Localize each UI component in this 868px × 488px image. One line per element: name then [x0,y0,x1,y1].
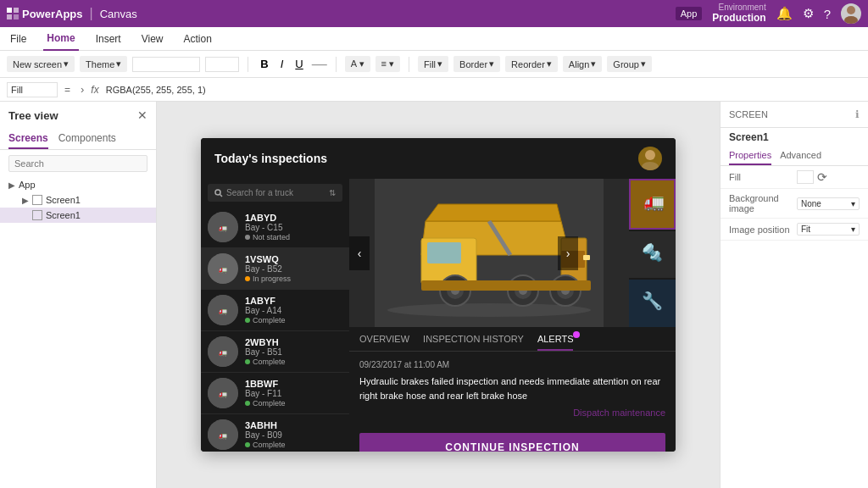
fill-color-swatch[interactable] [797,170,814,184]
app-canvas: Today's inspections Search for a truck ⇅ [201,138,676,452]
svg-marker-25 [426,204,561,221]
user-avatar[interactable] [841,3,861,24]
right-panel-header: SCREEN ℹ [721,102,868,128]
align-button[interactable]: Align ▾ [563,56,602,72]
thumb-0[interactable]: 🚛 [629,179,676,230]
left-panel-header: Tree view ✕ [0,102,156,129]
app-button[interactable]: App [676,7,703,20]
truck-info-2: 1ABYF Bay - A14 Complete [245,296,342,324]
thumb-2[interactable]: 🔧 [629,280,676,327]
menu-action[interactable]: Action [181,27,215,51]
dropdown-arrow-1: ▾ [851,199,855,208]
underline-button[interactable]: U [292,56,306,72]
tab-screens[interactable]: Screens [8,129,48,149]
truck-item-1[interactable]: 🚛 1VSWQ Bay - B52 In progress [201,248,349,290]
svg-point-6 [645,150,655,160]
tab-properties[interactable]: Properties [729,147,771,165]
truck-search: Search for a truck ⇅ [201,179,349,207]
svg-line-9 [220,194,223,197]
tree-item-app[interactable]: ▶ App [0,177,156,192]
help-icon[interactable]: ? [824,7,831,21]
formula-fx-label: fx [91,84,98,96]
settings-icon[interactable]: ⚙ [803,6,814,21]
thumb-1[interactable]: 🔩 [629,231,676,279]
close-panel-button[interactable]: ✕ [137,108,147,122]
next-image-button[interactable]: › [558,236,578,270]
top-bar-right: App Environment Production 🔔 ⚙ ? [676,3,861,24]
truck-thumb-1: 🚛 [208,253,238,284]
svg-rect-3 [14,14,19,19]
size-input-field[interactable] [205,57,239,72]
tab-alerts[interactable]: ALERTS [537,334,574,351]
group-button[interactable]: Group ▾ [607,56,652,72]
italic-button[interactable]: I [277,56,287,72]
truck-info-3: 2WBYH Bay - B51 Complete [245,337,342,366]
truck-item-0[interactable]: 🚛 1ABYD Bay - C15 Not started [201,207,349,248]
truck-item-3[interactable]: 🚛 2WBYH Bay - B51 Complete [201,331,349,373]
app-header: Today's inspections [201,138,676,179]
reorder-button[interactable]: Reorder ▾ [505,56,558,72]
continue-inspection-button[interactable]: CONTINUE INSPECTION [359,433,665,452]
screen1-child-checkbox[interactable] [32,210,42,220]
images-area: ‹ › 🚛 🔩 🔧 [349,179,676,327]
theme-button[interactable]: Theme ▾ [80,56,127,72]
truck-item-2[interactable]: 🚛 1ABYF Bay - A14 Complete [201,290,349,331]
env-info: Environment Production [712,3,765,24]
truck-status-3: Complete [245,358,342,366]
bold-button[interactable]: B [257,56,271,72]
truck-item-5[interactable]: 🚛 3ABHH Bay - B09 Complete [201,414,349,452]
tab-advanced[interactable]: Advanced [780,147,821,165]
tree-item-screen1-parent[interactable]: ▶ Screen1 [0,192,156,208]
info-icon: ℹ [855,108,860,120]
image-position-dropdown[interactable]: Fit ▾ [797,223,860,236]
tab-inspection-history[interactable]: INSPECTION HISTORY [423,334,524,351]
tree-item-screen1-child[interactable]: Screen1 [0,208,156,223]
app-logo: PowerApps [7,8,83,20]
truck-id-3: 2WBYH [245,337,342,347]
status-text-4: Complete [253,399,286,408]
toolbar-separator-3 [409,57,409,72]
font-color-button[interactable]: A ▾ [345,56,370,72]
screen-name: Screen1 [721,128,868,147]
formula-value: RGBA(255, 255, 255, 1) [106,85,861,95]
truck-list: Search for a truck ⇅ 🚛 1ABYD Ba [201,179,349,452]
truck-list-items: 🚛 1ABYD Bay - C15 Not started [201,207,349,452]
truck-thumb-3: 🚛 [208,336,238,367]
border-button[interactable]: Border ▾ [453,56,500,72]
svg-text:🔧: 🔧 [642,291,663,311]
screen1-label: Screen1 [46,195,81,205]
text-input-field[interactable] [132,57,200,72]
truck-id-2: 1ABYF [245,296,342,306]
left-panel: Tree view ✕ Screens Components ▶ App ▶ S… [0,102,157,488]
truck-item-4[interactable]: 🚛 1BBWF Bay - F11 Complete [201,373,349,414]
sort-icon[interactable]: ⇅ [329,188,336,197]
menu-insert[interactable]: Insert [92,27,125,51]
top-bar: PowerApps | Canvas App Environment Produ… [0,0,868,27]
status-dot-4 [245,401,250,406]
new-screen-button[interactable]: New screen ▾ [7,56,75,72]
prev-image-button[interactable]: ‹ [349,236,370,270]
tab-overview[interactable]: OVERVIEW [359,334,409,351]
menu-file[interactable]: File [7,27,30,51]
detail-tabs: OVERVIEW INSPECTION HISTORY ALERTS [349,327,676,352]
fill-color-icon[interactable]: ⟳ [817,170,827,184]
truck-id-1: 1VSWQ [245,254,342,264]
menu-view[interactable]: View [138,27,167,51]
dispatch-link[interactable]: Dispatch maintenance [359,408,665,418]
menu-home[interactable]: Home [43,27,78,51]
formula-gt: › [81,83,84,96]
truck-bay-1: Bay - B52 [245,264,342,274]
align-text-button[interactable]: ≡ ▾ [376,56,400,72]
notification-icon[interactable]: 🔔 [776,6,793,21]
search-input[interactable] [8,155,147,172]
tab-components[interactable]: Components [58,129,116,149]
fill-button[interactable]: Fill ▾ [418,56,448,72]
formula-name-input[interactable] [7,82,58,97]
main-truck-image: ‹ › [349,179,629,327]
status-text-1: In progress [253,274,291,283]
truck-bay-3: Bay - B51 [245,347,342,357]
app-tree-label: App [19,180,36,190]
screen1-checkbox[interactable] [32,195,42,205]
canvas-area: Today's inspections Search for a truck ⇅ [157,102,720,488]
bg-image-dropdown[interactable]: None ▾ [797,197,860,210]
